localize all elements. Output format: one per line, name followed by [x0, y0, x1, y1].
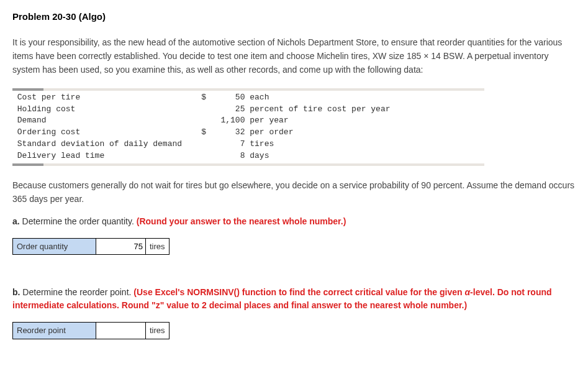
followup-text: Because customers generally do not wait … — [12, 178, 576, 206]
part-b-prompt: b. Determine the reorder point. (Use Exc… — [12, 286, 576, 312]
data-table: Cost per tire $ 50 each Holding cost 25 … — [12, 92, 576, 162]
divider-top — [12, 88, 484, 91]
part-b-hint-z: "z" — [152, 300, 164, 310]
part-a-hint: (Round your answer to the nearest whole … — [137, 216, 346, 226]
part-b-answer-row: Reorder point tires — [12, 322, 576, 339]
part-a-text: Determine the order quantity. — [22, 216, 134, 226]
intro-text: It is your responsibility, as the new he… — [12, 35, 576, 77]
part-a-letter: a. — [12, 216, 20, 226]
data-block: Cost per tire $ 50 each Holding cost 25 … — [12, 88, 576, 166]
part-a-unit: tires — [146, 238, 170, 255]
divider-bottom — [12, 163, 484, 166]
problem-title: Problem 20-30 (Algo) — [12, 10, 576, 24]
part-b-label: Reorder point — [12, 322, 96, 339]
alpha-symbol: α — [464, 287, 470, 297]
part-b-unit: tires — [146, 322, 170, 339]
part-a-label: Order quantity — [12, 238, 96, 255]
part-b-hint-end: value to 2 decimal places and final answ… — [164, 300, 467, 310]
part-b-text: Determine the reorder point. — [22, 287, 131, 297]
part-b-letter: b. — [12, 287, 20, 297]
part-a-answer-row: Order quantity tires — [12, 238, 576, 255]
part-b-input[interactable] — [96, 322, 146, 339]
part-a-input[interactable] — [96, 238, 146, 255]
part-b-hint-pre: (Use Excel's NORMSINV() function to find… — [133, 287, 464, 297]
part-a-prompt: a. Determine the order quantity. (Round … — [12, 215, 576, 228]
